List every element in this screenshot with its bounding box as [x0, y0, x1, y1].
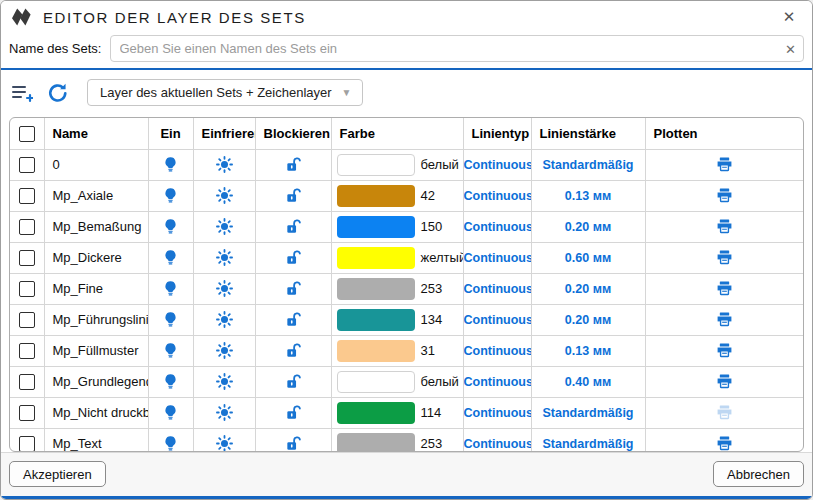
unlock-icon[interactable] — [284, 218, 302, 236]
lineweight-value[interactable]: 0.60 мм — [531, 242, 645, 273]
table-row[interactable]: Mp_Nicht druckbar — [10, 397, 803, 428]
bulb-on-icon[interactable] — [162, 404, 180, 422]
lineweight-value[interactable]: 0.20 мм — [531, 304, 645, 335]
bulb-on-icon[interactable] — [162, 249, 180, 267]
bulb-on-icon[interactable] — [162, 435, 180, 452]
unlock-icon[interactable] — [284, 187, 302, 205]
linetype-value[interactable]: Continuous — [463, 397, 531, 428]
printer-icon[interactable] — [715, 187, 733, 205]
bulb-on-icon[interactable] — [162, 280, 180, 298]
add-layer-icon[interactable] — [11, 83, 33, 103]
freeze-sun-icon[interactable] — [215, 156, 233, 174]
freeze-sun-icon[interactable] — [215, 435, 233, 452]
bulb-on-icon[interactable] — [162, 187, 180, 205]
unlock-icon[interactable] — [284, 156, 302, 174]
printer-icon[interactable] — [715, 156, 733, 174]
table-row[interactable]: Mp_Text — [10, 428, 803, 452]
bulb-on-icon[interactable] — [162, 373, 180, 391]
row-checkbox[interactable] — [19, 188, 35, 204]
color-swatch[interactable] — [337, 309, 415, 331]
bulb-on-icon[interactable] — [162, 342, 180, 360]
color-swatch[interactable] — [337, 185, 415, 207]
linetype-value[interactable]: Continuous — [463, 273, 531, 304]
bulb-on-icon[interactable] — [162, 156, 180, 174]
clear-input-icon[interactable]: ✕ — [785, 41, 796, 56]
layer-filter-dropdown[interactable]: Layer des aktuellen Sets + Zeichenlayer … — [87, 79, 363, 106]
printer-icon[interactable] — [715, 373, 733, 391]
color-swatch[interactable] — [337, 216, 415, 238]
set-name-input[interactable] — [110, 35, 805, 62]
close-icon[interactable]: ✕ — [776, 4, 802, 30]
refresh-icon[interactable] — [47, 83, 69, 103]
printer-icon[interactable] — [715, 280, 733, 298]
row-checkbox[interactable] — [19, 281, 35, 297]
freeze-sun-icon[interactable] — [215, 280, 233, 298]
bulb-on-icon[interactable] — [162, 311, 180, 329]
row-checkbox[interactable] — [19, 436, 35, 452]
unlock-icon[interactable] — [284, 280, 302, 298]
printer-icon[interactable] — [715, 311, 733, 329]
layer-name: 0 — [53, 157, 60, 172]
unlock-icon[interactable] — [284, 435, 302, 452]
lineweight-value[interactable]: Standardmäßig — [531, 428, 645, 452]
table-row[interactable]: Mp_Axiale — [10, 180, 803, 211]
printer-icon[interactable] — [715, 435, 733, 452]
lineweight-value[interactable]: Standardmäßig — [531, 397, 645, 428]
row-checkbox[interactable] — [19, 157, 35, 173]
linetype-value[interactable]: Continuous — [463, 335, 531, 366]
select-all-checkbox[interactable] — [19, 126, 35, 142]
freeze-sun-icon[interactable] — [215, 249, 233, 267]
linetype-value[interactable]: Continuous — [463, 304, 531, 335]
freeze-sun-icon[interactable] — [215, 404, 233, 422]
color-swatch[interactable] — [337, 340, 415, 362]
lineweight-value[interactable]: 0.20 мм — [531, 273, 645, 304]
linetype-value[interactable]: Continuous — [463, 149, 531, 180]
freeze-sun-icon[interactable] — [215, 187, 233, 205]
table-row[interactable]: Mp_Führungslinien — [10, 304, 803, 335]
bulb-on-icon[interactable] — [162, 218, 180, 236]
linetype-value[interactable]: Continuous — [463, 242, 531, 273]
table-row[interactable]: Mp_Dickere — [10, 242, 803, 273]
table-row[interactable]: Mp_Bemaßung — [10, 211, 803, 242]
printer-icon[interactable] — [715, 249, 733, 267]
printer-icon[interactable] — [715, 404, 733, 422]
lineweight-value[interactable]: Standardmäßig — [531, 149, 645, 180]
row-checkbox[interactable] — [19, 405, 35, 421]
color-swatch[interactable] — [337, 247, 415, 269]
color-swatch[interactable] — [337, 278, 415, 300]
lineweight-value[interactable]: 0.13 мм — [531, 335, 645, 366]
printer-icon[interactable] — [715, 342, 733, 360]
freeze-sun-icon[interactable] — [215, 342, 233, 360]
row-checkbox[interactable] — [19, 250, 35, 266]
color-swatch[interactable] — [337, 433, 415, 452]
row-checkbox[interactable] — [19, 219, 35, 235]
color-swatch[interactable] — [337, 371, 415, 393]
lineweight-value[interactable]: 0.40 мм — [531, 366, 645, 397]
table-row[interactable]: Mp_Grundlegende — [10, 366, 803, 397]
row-checkbox[interactable] — [19, 374, 35, 390]
linetype-value[interactable]: Continuous — [463, 366, 531, 397]
printer-icon[interactable] — [715, 218, 733, 236]
color-swatch[interactable] — [337, 154, 415, 176]
lineweight-value[interactable]: 0.20 мм — [531, 211, 645, 242]
unlock-icon[interactable] — [284, 373, 302, 391]
linetype-value[interactable]: Continuous — [463, 428, 531, 452]
unlock-icon[interactable] — [284, 311, 302, 329]
color-swatch[interactable] — [337, 402, 415, 424]
accept-button[interactable]: Akzeptieren — [9, 461, 106, 487]
freeze-sun-icon[interactable] — [215, 218, 233, 236]
unlock-icon[interactable] — [284, 249, 302, 267]
unlock-icon[interactable] — [284, 404, 302, 422]
row-checkbox[interactable] — [19, 343, 35, 359]
freeze-sun-icon[interactable] — [215, 311, 233, 329]
unlock-icon[interactable] — [284, 342, 302, 360]
table-row[interactable]: Mp_Fine — [10, 273, 803, 304]
cancel-button[interactable]: Abbrechen — [713, 461, 804, 487]
linetype-value[interactable]: Continuous — [463, 180, 531, 211]
table-row[interactable]: Mp_Füllmuster — [10, 335, 803, 366]
lineweight-value[interactable]: 0.13 мм — [531, 180, 645, 211]
row-checkbox[interactable] — [19, 312, 35, 328]
freeze-sun-icon[interactable] — [215, 373, 233, 391]
linetype-value[interactable]: Continuous — [463, 211, 531, 242]
table-row[interactable]: 0 — [10, 149, 803, 180]
